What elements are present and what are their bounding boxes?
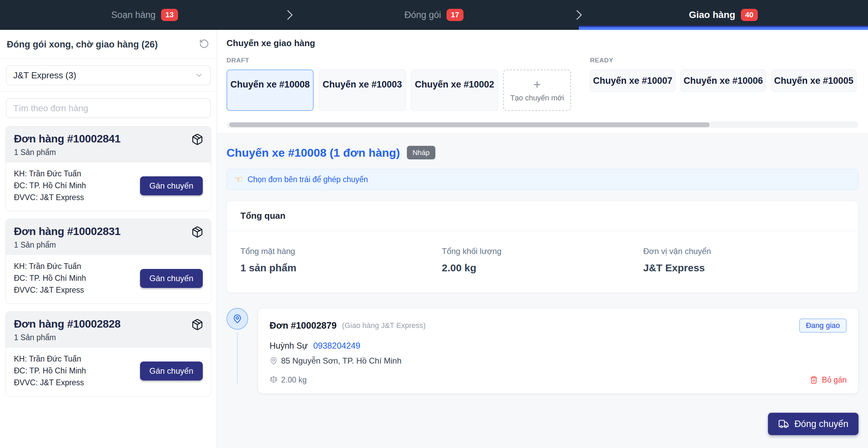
order-title: Đơn hàng #10002841 xyxy=(14,133,203,145)
assign-trip-button[interactable]: Gán chuyến xyxy=(140,269,203,288)
shipment-status-badge: Đang giao xyxy=(799,318,847,333)
order-card: Đơn hàng #10002828 1 Sản phẩm KH: Trần Đ… xyxy=(5,311,211,396)
step-label: Đóng gói xyxy=(405,10,441,20)
trip-card-10007[interactable]: Chuyến xe #10007 xyxy=(590,70,675,92)
step-count-badge: 40 xyxy=(741,9,758,21)
trash-icon xyxy=(810,376,818,384)
summary-label: Tổng mặt hàng xyxy=(240,247,442,256)
shipment-order-title: Đơn #10002879 xyxy=(270,320,337,331)
search-order-input[interactable] xyxy=(6,98,211,118)
create-trip-button[interactable]: + Tạo chuyến mới xyxy=(503,70,571,111)
step-giao-hang[interactable]: Giao hàng 40 xyxy=(579,0,868,30)
step-label: Soạn hàng xyxy=(111,10,156,20)
refresh-icon[interactable] xyxy=(199,39,209,50)
step-dong-goi[interactable]: Đóng gói 17 xyxy=(289,0,578,30)
map-pin-icon xyxy=(270,357,278,365)
trip-detail-title: Chuyến xe #10008 (1 đơn hàng) xyxy=(226,146,400,159)
package-icon xyxy=(191,318,203,332)
map-pin-icon xyxy=(233,314,242,324)
order-title: Đơn hàng #10002828 xyxy=(14,318,203,330)
order-customer: KH: Trần Đức Tuấn xyxy=(14,260,86,272)
summary-value: 2.00 kg xyxy=(442,262,643,274)
summary-value: 1 sản phẩm xyxy=(240,262,442,274)
assign-trip-button[interactable]: Gán chuyến xyxy=(140,176,203,195)
chevron-right-icon xyxy=(282,8,296,22)
chevron-right-icon xyxy=(572,8,585,22)
step-soan-hang[interactable]: Soạn hàng 13 xyxy=(0,0,289,30)
close-trip-button[interactable]: Đóng chuyến xyxy=(768,413,859,435)
summary-value: J&T Express xyxy=(643,262,845,274)
trips-title: Chuyến xe giao hàng xyxy=(226,38,859,48)
order-card: Đơn hàng #10002831 1 Sản phẩm KH: Trần Đ… xyxy=(5,219,211,304)
order-title: Đơn hàng #10002831 xyxy=(14,225,203,238)
order-address: ĐC: TP. Hồ Chí Minh xyxy=(14,272,86,284)
carrier-filter-value: J&T Express (3) xyxy=(13,70,76,81)
customer-name: Huỳnh Sự xyxy=(270,341,308,351)
summary-item-items: Tổng mặt hàng 1 sản phẩm xyxy=(240,247,442,274)
order-customer: KH: Trần Đức Tuấn xyxy=(14,168,86,180)
active-step-indicator xyxy=(579,26,868,30)
hint-banner: ☜ Chọn đơn bên trái để ghép chuyến xyxy=(226,169,859,190)
chevron-down-icon xyxy=(195,71,203,80)
step-count-badge: 13 xyxy=(161,9,178,21)
truck-icon xyxy=(778,418,789,429)
order-carrier: ĐVVC: J&T Express xyxy=(14,284,86,296)
order-list: Đơn hàng #10002841 1 Sản phẩm KH: Trần Đ… xyxy=(0,123,217,396)
package-icon xyxy=(191,133,203,147)
trip-status-badge: Nháp xyxy=(407,146,435,159)
customer-phone-link[interactable]: 0938204249 xyxy=(313,341,360,351)
order-quantity: 1 Sản phẩm xyxy=(14,240,203,250)
trip-card-10003[interactable]: Chuyến xe #10003 xyxy=(319,70,406,111)
workflow-stepper: Soạn hàng 13 Đóng gói 17 Giao hàng 40 xyxy=(0,0,868,30)
hint-text: Chọn đơn bên trái để ghép chuyến xyxy=(248,175,368,184)
trip-card-10008[interactable]: Chuyến xe #10008 xyxy=(226,70,314,111)
carrier-filter-select[interactable]: J&T Express (3) xyxy=(6,65,211,85)
timeline-stop-node xyxy=(226,308,248,330)
order-quantity: 1 Sản phẩm xyxy=(14,148,203,157)
shipping-address: 85 Nguyễn Sơn, TP. Hồ Chí Minh xyxy=(281,356,401,366)
summary-title: Tổng quan xyxy=(227,201,858,231)
packed-orders-sidebar: Đóng gói xong, chờ giao hàng (26) J&T Ex… xyxy=(0,30,217,448)
trip-card-10006[interactable]: Chuyến xe #10006 xyxy=(680,70,766,92)
shipment-order-subtitle: (Giao hàng J&T Express) xyxy=(342,321,426,330)
assign-trip-button[interactable]: Gán chuyến xyxy=(140,362,203,381)
shipment-card: Đơn #10002879 (Giao hàng J&T Express) Đa… xyxy=(258,308,859,394)
order-quantity: 1 Sản phẩm xyxy=(14,333,203,342)
summary-label: Tổng khối lượng xyxy=(442,247,643,256)
summary-item-carrier: Đơn vị vận chuyển J&T Express xyxy=(643,247,845,274)
sidebar-title: Đóng gói xong, chờ giao hàng (26) xyxy=(7,39,158,50)
order-address: ĐC: TP. Hồ Chí Minh xyxy=(14,365,86,377)
order-address: ĐC: TP. Hồ Chí Minh xyxy=(14,180,86,192)
ready-group-label: READY xyxy=(590,57,856,64)
trip-card-10002[interactable]: Chuyến xe #10002 xyxy=(411,70,498,111)
trips-toolbar: Chuyến xe giao hàng DRAFT Chuyến xe #100… xyxy=(217,30,868,134)
scrollbar-thumb[interactable] xyxy=(229,122,710,127)
order-card: Đơn hàng #10002841 1 Sản phẩm KH: Trần Đ… xyxy=(5,126,211,211)
order-carrier: ĐVVC: J&T Express xyxy=(14,192,86,203)
close-trip-label: Đóng chuyến xyxy=(794,419,848,429)
trip-detail-panel: Chuyến xe #10008 (1 đơn hàng) Nháp ☜ Chọ… xyxy=(217,134,868,448)
summary-label: Đơn vị vận chuyển xyxy=(643,247,845,256)
unassign-label: Bỏ gán xyxy=(822,375,847,385)
pointing-left-hand-icon: ☜ xyxy=(234,174,243,184)
horizontal-scrollbar[interactable] xyxy=(226,122,859,128)
draft-group-label: DRAFT xyxy=(226,57,571,64)
summary-item-weight: Tổng khối lượng 2.00 kg xyxy=(442,247,643,274)
create-trip-label: Tạo chuyến mới xyxy=(510,94,564,102)
summary-card: Tổng quan Tổng mặt hàng 1 sản phẩm Tổng … xyxy=(226,201,859,293)
scale-weight-icon xyxy=(270,375,278,385)
step-count-badge: 17 xyxy=(447,9,463,21)
draft-trips-group: DRAFT Chuyến xe #10008 Chuyến xe #10003 … xyxy=(226,57,571,111)
shipment-weight: 2.00 kg xyxy=(281,375,307,385)
order-customer: KH: Trần Đức Tuấn xyxy=(14,353,86,365)
ready-trips-group: READY Chuyến xe #10007 Chuyến xe #10006 … xyxy=(590,57,856,92)
plus-icon: + xyxy=(533,78,541,91)
delivery-timeline: Đơn #10002879 (Giao hàng J&T Express) Đa… xyxy=(226,308,859,394)
timeline-connector xyxy=(237,332,238,383)
order-carrier: ĐVVC: J&T Express xyxy=(14,377,86,389)
package-icon xyxy=(191,226,203,239)
step-label: Giao hàng xyxy=(689,9,735,20)
unassign-order-button[interactable]: Bỏ gán xyxy=(810,375,847,385)
trip-card-10005[interactable]: Chuyến xe #10005 xyxy=(771,70,856,92)
